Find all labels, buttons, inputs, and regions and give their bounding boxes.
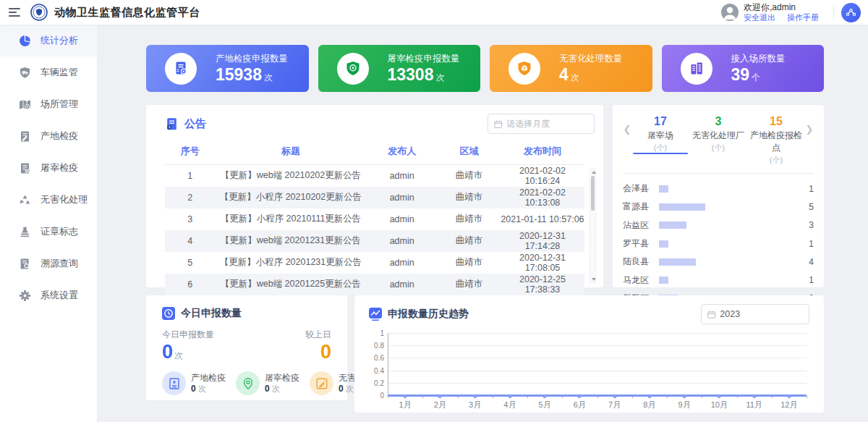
bar	[659, 277, 668, 284]
year-picker-input[interactable]	[720, 309, 803, 319]
breakdown-value: 0 次	[265, 384, 299, 394]
data-point-marker[interactable]	[438, 394, 442, 398]
today-breakdown: 产地检疫0 次屠宰检疫0 次无害化申报0 次	[162, 371, 331, 395]
data-point-marker[interactable]	[683, 394, 686, 398]
x-tick-label: 3月	[469, 400, 481, 410]
tab-unit: (个)	[747, 155, 805, 166]
scroll-up-icon[interactable]	[592, 171, 596, 174]
clock-icon	[162, 307, 175, 320]
app-logo	[30, 4, 48, 21]
month-picker-input[interactable]	[506, 119, 588, 129]
data-point-marker[interactable]	[787, 394, 791, 398]
doc-search-icon	[19, 258, 31, 270]
stat-cards-row: 产地检疫申报数量15938次屠宰检疫申报数量13308次无害化处理数量4次接入场…	[146, 45, 824, 92]
sidebar-item[interactable]: 车辆监管	[0, 56, 97, 88]
table-scrollbar[interactable]	[590, 169, 596, 283]
table-column-header: 发布时间	[501, 140, 584, 165]
region-value: 1	[801, 239, 814, 249]
month-picker[interactable]	[488, 114, 595, 134]
table-cell: admin	[366, 165, 438, 187]
x-tick-label: 1月	[399, 400, 412, 410]
x-tick-label: 6月	[574, 400, 586, 410]
bar-track	[659, 203, 801, 211]
data-point-marker[interactable]	[404, 394, 407, 398]
year-picker[interactable]	[701, 304, 809, 324]
tabs-next-arrow-icon[interactable]: ❯	[805, 124, 814, 135]
collapse-menu-icon[interactable]	[9, 8, 20, 17]
data-point-marker[interactable]	[578, 394, 582, 398]
data-point-marker[interactable]	[647, 394, 651, 398]
stat-card[interactable]: 屠宰检疫申报数量13308次	[318, 45, 481, 92]
sidebar-item-label: 车辆监管	[41, 66, 78, 79]
sidebar-item[interactable]: 溯源查询	[0, 248, 97, 279]
table-column-header: 发布人	[366, 140, 438, 165]
data-point-marker[interactable]	[613, 394, 616, 398]
sidebar-item[interactable]: 场所管理	[0, 88, 97, 120]
tab-harmless-plant[interactable]: 3 无害化处理厂 (个)	[689, 115, 747, 153]
table-cell: 2021-02-02 10:13:08	[501, 187, 584, 208]
table-column-header: 标题	[216, 140, 367, 165]
table-cell: 曲靖市	[438, 208, 501, 230]
stat-card[interactable]: 接入场所数量39个	[662, 45, 825, 92]
y-axis-line	[388, 333, 388, 395]
sidebar-item[interactable]: 屠宰检疫	[0, 152, 97, 184]
tabs-prev-arrow-icon[interactable]: ❮	[623, 124, 631, 135]
sidebar-item[interactable]: 统计分析	[0, 25, 97, 56]
sidebar: 统计分析车辆监管场所管理产地检疫屠宰检疫无害化处理证章标志溯源查询系统设置	[0, 25, 98, 422]
table-cell: admin	[366, 187, 438, 208]
table-row[interactable]: 6【更新】web端 20201225更新公告admin曲靖市2020-12-25…	[165, 274, 584, 295]
y-tick-label: 0.4	[374, 366, 384, 374]
table-cell: 5	[165, 252, 216, 274]
sidebar-item[interactable]: 证章标志	[0, 216, 97, 248]
x-tick-label: 10月	[711, 400, 728, 410]
region-bar-row: 罗平县1	[623, 235, 814, 253]
today-title: 今日申报数量	[181, 307, 242, 320]
today-count-unit: 次	[174, 350, 183, 360]
share-nodes-button[interactable]	[841, 3, 861, 22]
bar	[659, 185, 668, 193]
table-row[interactable]: 5【更新】小程序 20201231更新公告admin曲靖市2020-12-31 …	[165, 252, 584, 274]
region-value: 1	[801, 275, 814, 285]
stat-card-value: 39个	[731, 65, 786, 84]
stat-card[interactable]: 无害化处理数量4次	[490, 45, 652, 92]
logout-link[interactable]: 安全退出	[744, 13, 775, 23]
sidebar-item[interactable]: 产地检疫	[0, 120, 97, 152]
stat-card-label: 接入场所数量	[731, 53, 786, 65]
data-point-marker[interactable]	[718, 394, 721, 398]
region-value: 5	[801, 202, 814, 212]
stat-card[interactable]: 产地检疫申报数量15938次	[146, 45, 309, 92]
data-point-marker[interactable]	[543, 394, 547, 398]
trend-panel: 申报数量历史趋势 10.80.60.40.201月2月3月4月5月6月7月8月9…	[354, 295, 824, 413]
tab-origin-inspection-point[interactable]: 15 产地检疫报检点 (个)	[747, 115, 805, 166]
scrollbar-thumb[interactable]	[591, 176, 595, 211]
recycle-icon	[19, 194, 31, 206]
sidebar-item[interactable]: 无害化处理	[0, 184, 97, 216]
data-point-marker[interactable]	[752, 394, 756, 398]
trend-series-line	[388, 394, 807, 397]
region-bar-row: 会泽县1	[623, 180, 814, 198]
announcements-panel: 公告 序号标题发布人区域发布时间 1【更新】web端 20210202更新公告a…	[146, 105, 603, 287]
data-point-marker[interactable]	[508, 394, 511, 398]
table-row[interactable]: 2【更新】小程序 20210202更新公告admin曲靖市2021-02-02 …	[165, 187, 584, 208]
stat-card-label: 产地检疫申报数量	[216, 53, 288, 65]
manual-link[interactable]: 操作手册	[787, 13, 819, 23]
breakdown-label: 屠宰检疫	[265, 372, 299, 384]
table-row[interactable]: 3【更新】小程序 20210111更新公告admin曲靖市2021-01-11 …	[165, 208, 584, 230]
scroll-down-icon[interactable]	[592, 278, 596, 281]
table-row[interactable]: 4【更新】web端 20201231更新公告admin曲靖市2020-12-31…	[165, 230, 584, 252]
x-tick-label: 7月	[608, 400, 621, 410]
map-icon	[19, 98, 31, 111]
sidebar-item[interactable]: 系统设置	[0, 279, 97, 311]
sidebar-item-label: 系统设置	[41, 289, 78, 302]
shield-truck-icon	[19, 67, 31, 79]
region-value: 3	[801, 220, 814, 230]
x-tick-label: 2月	[434, 400, 446, 410]
table-row[interactable]: 1【更新】web端 20210202更新公告admin曲靖市2021-02-02…	[165, 165, 584, 187]
user-avatar[interactable]	[721, 4, 739, 21]
bar-track	[659, 221, 801, 229]
tab-unit: (个)	[631, 143, 689, 153]
table-cell: 【更新】小程序 20210202更新公告	[216, 187, 367, 208]
header-divider	[833, 6, 834, 19]
data-point-marker[interactable]	[473, 394, 477, 398]
tab-slaughterhouse[interactable]: 17 屠宰场 (个)	[631, 115, 689, 153]
